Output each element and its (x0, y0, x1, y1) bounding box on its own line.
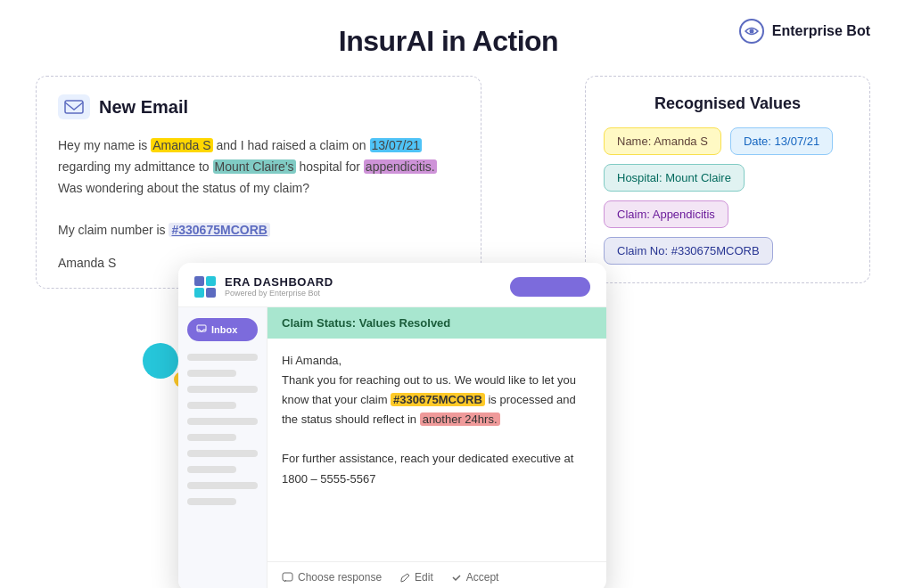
logo-sq-4 (206, 288, 216, 298)
email-body: Hey my name is Amanda S and I had raised… (58, 135, 459, 241)
tag-claim-number: Claim No: #330675MCORB (604, 237, 773, 265)
logo-sq-3 (194, 288, 204, 298)
email-card-title: New Email (99, 97, 188, 118)
accept-label: Accept (466, 571, 499, 584)
dashboard-logo-area: ERA DASHBOARD Powered by Enterprise Bot (194, 275, 333, 298)
email-icon-box (58, 94, 90, 119)
dashboard-header: ERA DASHBOARD Powered by Enterprise Bot (178, 263, 606, 307)
logo-sq-1 (194, 276, 204, 286)
recognised-tags: Name: Amanda S Date: 13/07/21 Hospital: … (604, 127, 852, 265)
edit-icon (399, 572, 410, 583)
dashboard-message: Hi Amanda, Thank you for reaching out to… (267, 339, 606, 561)
tag-hospital: Hospital: Mount Claire (604, 164, 745, 192)
hospital-highlight: Mount Claire's (213, 159, 296, 174)
sidebar-line-6 (187, 434, 236, 441)
check-icon (451, 572, 462, 583)
sidebar-line-7 (187, 450, 258, 457)
email-icon (64, 100, 84, 114)
sidebar-line-5 (187, 418, 258, 425)
tag-name: Name: Amanda S (604, 127, 721, 155)
svg-rect-2 (65, 101, 83, 113)
edit-button[interactable]: Edit (399, 571, 433, 584)
page-header: InsurAI in Action (0, 0, 897, 58)
edit-label: Edit (415, 571, 433, 584)
decorative-circle-teal (143, 343, 178, 379)
era-dashboard-card: ERA DASHBOARD Powered by Enterprise Bot … (178, 263, 606, 588)
message-body: Thank you for reaching out to us. We wou… (282, 371, 592, 429)
page-title: InsurAI in Action (0, 25, 897, 58)
tag-date: Date: 13/07/21 (730, 127, 833, 155)
name-highlight: Amanda S (151, 138, 212, 152)
dashboard-subtitle: Powered by Enterprise Bot (225, 289, 333, 298)
email-card: New Email Hey my name is Amanda S and I … (36, 76, 481, 289)
claim-number-highlight: #330675MCORB (169, 223, 269, 237)
sidebar-line-4 (187, 402, 236, 409)
inbox-icon (196, 324, 207, 335)
time-highlight: another 24hrs. (420, 412, 500, 426)
dashboard-footer: Choose response Edit Accept (267, 561, 606, 588)
recognised-values-title: Recognised Values (604, 94, 852, 113)
sidebar-line-2 (187, 370, 236, 377)
sidebar-line-1 (187, 354, 258, 361)
recognised-values-card: Recognised Values Name: Amanda S Date: 1… (585, 76, 870, 283)
email-card-header: New Email (58, 94, 459, 119)
condition-highlight: appendicitis. (364, 159, 437, 174)
dashboard-main: Claim Status: Values Resolved Hi Amanda,… (267, 307, 606, 588)
svg-rect-3 (197, 325, 206, 331)
sidebar-line-10 (187, 498, 236, 505)
dashboard-logo-icon (194, 276, 216, 298)
claim-ref: #330675MCORB (391, 393, 485, 406)
content-area: New Email Hey my name is Amanda S and I … (0, 67, 897, 584)
dashboard-title: ERA DASHBOARD (225, 275, 333, 289)
sidebar-line-9 (187, 482, 258, 489)
dashboard-body: Inbox Claim Status: Values Resolved Hi A… (178, 307, 606, 588)
message-greeting: Hi Amanda, (282, 351, 592, 371)
sidebar-line-3 (187, 386, 258, 393)
dashboard-pill[interactable] (510, 277, 590, 297)
claim-status-bar: Claim Status: Values Resolved (267, 307, 606, 339)
accept-button[interactable]: Accept (451, 571, 499, 584)
sidebar-line-8 (187, 466, 236, 473)
tag-claim: Claim: Appendicitis (604, 200, 728, 228)
choose-response-label: Choose response (298, 571, 382, 584)
dashboard-title-area: ERA DASHBOARD Powered by Enterprise Bot (225, 275, 333, 298)
dashboard-sidebar: Inbox (178, 307, 267, 588)
inbox-label: Inbox (211, 324, 237, 335)
date-highlight: 13/07/21 (370, 138, 423, 152)
chat-icon (282, 572, 293, 584)
message-extra: For further assistance, reach your dedic… (282, 449, 592, 488)
svg-rect-4 (283, 573, 292, 581)
logo-sq-2 (206, 276, 216, 286)
choose-response-button[interactable]: Choose response (282, 571, 382, 584)
inbox-button[interactable]: Inbox (187, 318, 258, 341)
